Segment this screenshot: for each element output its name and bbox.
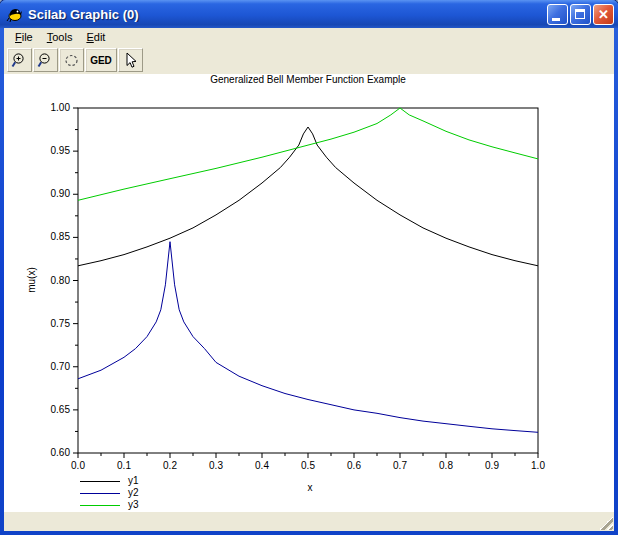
- select-arrow-button[interactable]: [118, 48, 143, 72]
- legend-label-y3: y3: [128, 499, 139, 511]
- series-y2: [78, 242, 538, 433]
- x-tick-label: 0.6: [347, 460, 361, 471]
- series-y1: [78, 127, 538, 266]
- y-tick-label: 0.80: [51, 275, 71, 286]
- menu-tools[interactable]: Tools: [40, 29, 80, 45]
- y-tick-label: 0.60: [51, 447, 71, 458]
- series-lines: [78, 108, 538, 432]
- series-y3: [78, 108, 538, 200]
- y-tick-label: 0.85: [51, 231, 71, 242]
- menu-file[interactable]: File: [8, 29, 40, 45]
- legend-item-y2: y2: [80, 487, 139, 499]
- cursor-arrow-icon: [122, 52, 139, 69]
- zoom-out-button[interactable]: [33, 48, 58, 72]
- zoom-out-icon: [37, 52, 54, 69]
- chart-title: Generalized Bell Member Function Example: [210, 74, 406, 85]
- y-tick-label: 0.70: [51, 361, 71, 372]
- y-tick-label: 1.00: [51, 102, 71, 113]
- x-tick-label: 0.0: [71, 460, 85, 471]
- window-title: Scilab Graphic (0): [28, 7, 547, 22]
- plot-box: [78, 108, 538, 453]
- y-tick-label: 0.65: [51, 404, 71, 415]
- legend-line-y1: [80, 481, 120, 482]
- y-axis-label: mu(x): [26, 267, 37, 293]
- legend-item-y3: y3: [80, 499, 139, 511]
- rotate-button[interactable]: [59, 48, 84, 72]
- legend-label-y2: y2: [128, 487, 139, 499]
- toolbar: GED: [4, 46, 614, 74]
- minimize-icon: [552, 18, 560, 21]
- menu-edit[interactable]: Edit: [79, 29, 112, 45]
- x-axis-label: x: [308, 482, 313, 493]
- close-button[interactable]: ✕: [593, 4, 614, 25]
- x-tick-label: 0.7: [393, 460, 407, 471]
- title-bar[interactable]: Scilab Graphic (0) ✕: [0, 0, 618, 28]
- x-tick-label: 0.5: [301, 460, 315, 471]
- y-tick-label: 0.90: [51, 188, 71, 199]
- legend-label-y1: y1: [128, 475, 139, 487]
- x-tick-label: 0.8: [439, 460, 453, 471]
- ged-label: GED: [90, 55, 112, 66]
- zoom-in-icon: [11, 52, 28, 69]
- x-tick-label: 0.1: [117, 460, 131, 471]
- x-tick-label: 1.0: [531, 460, 545, 471]
- minimize-button[interactable]: [547, 4, 568, 25]
- scilab-bird-icon: [6, 5, 24, 23]
- legend-line-y3: [80, 505, 120, 506]
- legend: y1y2y3: [80, 475, 139, 511]
- resize-grip[interactable]: [599, 516, 613, 530]
- y-tick-label: 0.75: [51, 318, 71, 329]
- close-icon: ✕: [594, 5, 613, 24]
- graphic-canvas[interactable]: Generalized Bell Member Function Example…: [4, 74, 614, 511]
- legend-line-y2: [80, 493, 120, 494]
- x-tick-label: 0.2: [163, 460, 177, 471]
- scilab-graphic-window: Scilab Graphic (0) ✕ File Tools Edit: [0, 0, 618, 535]
- status-bar: [4, 511, 614, 531]
- maximize-button[interactable]: [570, 4, 591, 25]
- zoom-in-button[interactable]: [7, 48, 32, 72]
- ged-button[interactable]: GED: [85, 48, 117, 72]
- maximize-icon: [575, 9, 585, 19]
- chart-svg: Generalized Bell Member Function Example…: [4, 74, 614, 511]
- x-axis-ticks: 0.00.10.20.30.40.50.60.70.80.91.0: [71, 453, 545, 471]
- menu-bar: File Tools Edit: [4, 28, 614, 46]
- rotate-icon: [63, 52, 80, 69]
- x-tick-label: 0.4: [255, 460, 269, 471]
- x-tick-label: 0.3: [209, 460, 223, 471]
- y-tick-label: 0.95: [51, 145, 71, 156]
- x-tick-label: 0.9: [485, 460, 499, 471]
- y-axis-ticks: 0.600.650.700.750.800.850.900.951.00: [51, 102, 78, 458]
- legend-item-y1: y1: [80, 475, 139, 487]
